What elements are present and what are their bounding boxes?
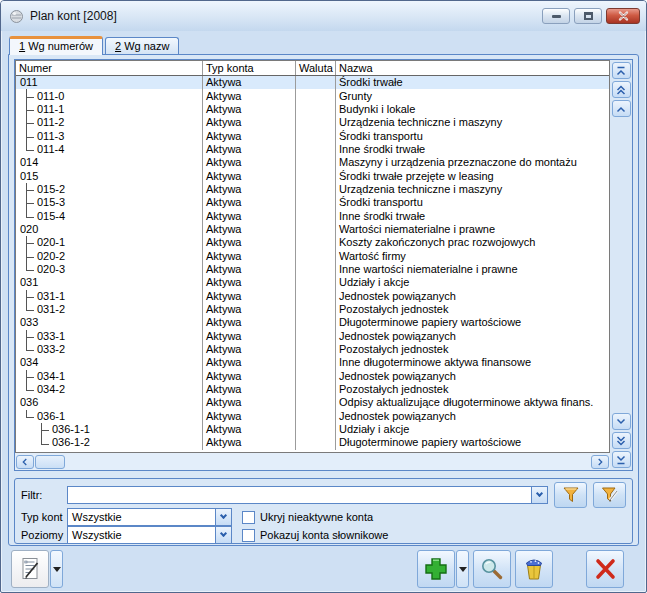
filter-row: Typ kont Wszystkie Ukryj nieaktywne kont… [21, 508, 626, 526]
ledger-operations-button[interactable] [11, 550, 49, 588]
cell-waluta [296, 330, 336, 343]
poziomy-combobox[interactable]: Wszystkie [67, 526, 232, 544]
cell-nazwa: Wartość firmy [336, 249, 609, 262]
cell-waluta [296, 183, 336, 196]
table-row[interactable]: 034AktywaInne długoterminowe aktywa fina… [16, 356, 609, 369]
table-row[interactable]: 011-0AktywaGrunty [16, 89, 609, 102]
table-row[interactable]: 011AktywaŚrodki trwałe [16, 76, 609, 89]
cell-nazwa: Jednostek powiązanych [336, 330, 609, 343]
table-row[interactable]: 020-2AktywaWartość firmy [16, 249, 609, 262]
horizontal-scroll-track[interactable] [66, 455, 590, 469]
table-row[interactable]: 015-3AktywaŚrodki transportu [16, 196, 609, 209]
filter-input[interactable] [68, 487, 531, 503]
line-up-button[interactable] [612, 100, 631, 117]
account-number: 011 [20, 76, 38, 89]
tree-branch-icon [26, 370, 35, 383]
table-row[interactable]: 036-1AktywaJednostek powiązanych [16, 410, 609, 423]
ledger-options-dropdown[interactable] [50, 550, 63, 588]
table-row[interactable]: 034-1AktywaJednostek powiązanych [16, 370, 609, 383]
table-row[interactable]: 020AktywaWartości niematerialne i prawne [16, 223, 609, 236]
column-header-waluta[interactable]: Waluta [296, 61, 336, 75]
scroll-to-bottom-button[interactable] [612, 451, 631, 468]
hide-inactive-checkbox[interactable] [242, 511, 255, 524]
table-row[interactable]: 011-4AktywaInne środki trwałe [16, 143, 609, 156]
account-number: 033-2 [37, 343, 65, 356]
table-row[interactable]: 011-3AktywaŚrodki transportu [16, 129, 609, 142]
cell-numer: 015 [16, 169, 203, 182]
table-row[interactable]: 033AktywaDługoterminowe papiery wartości… [16, 316, 609, 329]
document-list-icon [18, 556, 42, 582]
table-row[interactable]: 015-4AktywaInne środki trwałe [16, 209, 609, 222]
cell-numer: 031 [16, 276, 203, 289]
table-row[interactable]: 033-1AktywaJednostek powiązanych [16, 330, 609, 343]
cell-nazwa: Środki transportu [336, 196, 609, 209]
close-button[interactable] [586, 550, 624, 588]
close-window-button[interactable] [606, 8, 640, 24]
delete-button[interactable] [515, 550, 553, 588]
accounts-grid: NumerTyp kontaWalutaNazwa 011AktywaŚrodk… [14, 59, 633, 471]
cell-waluta [296, 370, 336, 383]
column-header-numer[interactable]: Numer [16, 61, 203, 75]
tab-wg-nazw[interactable]: 2 Wg nazw [105, 37, 179, 55]
table-row[interactable]: 014AktywaMaszyny i urządzenia przeznaczo… [16, 156, 609, 169]
window-controls [542, 8, 640, 24]
scroll-to-top-button[interactable] [612, 62, 631, 79]
table-row[interactable]: 011-2AktywaUrządzenia techniczne i maszy… [16, 116, 609, 129]
typ-kont-label: Typ kont [21, 511, 67, 523]
apply-filter-button[interactable] [554, 482, 587, 508]
scroll-left-button[interactable] [16, 455, 34, 469]
tab-label: Wg nazw [124, 40, 169, 52]
cell-numer: 011-1 [16, 103, 203, 116]
tab-wg-numerow[interactable]: 1 Wg numerów [9, 36, 103, 55]
filter-combobox[interactable] [67, 486, 548, 504]
typ-kont-combobox[interactable]: Wszystkie [67, 508, 232, 526]
tree-branch-icon [41, 436, 50, 449]
table-row[interactable]: 033-2AktywaPozostałych jednostek [16, 343, 609, 356]
horizontal-scroll-thumb[interactable] [35, 455, 65, 469]
typ-kont-dropdown-button[interactable] [215, 509, 231, 525]
scroll-right-button[interactable] [591, 455, 609, 469]
table-row[interactable]: 015AktywaŚrodki trwałe przejęte w leasin… [16, 169, 609, 182]
page-up-button[interactable] [612, 81, 631, 98]
plan-kont-window: Plan kont [2008] 1 Wg numerów 2 Wg nazw … [0, 0, 647, 593]
vertical-scroll-track[interactable] [610, 118, 632, 412]
cell-numer: 033-2 [16, 343, 203, 356]
add-button[interactable] [417, 550, 455, 588]
add-options-dropdown[interactable] [456, 550, 469, 588]
column-header-nazwa[interactable]: Nazwa [336, 61, 609, 75]
table-row[interactable]: 015-2AktywaUrządzenia techniczne i maszy… [16, 183, 609, 196]
table-row[interactable]: 031-2AktywaPozostałych jednostek [16, 303, 609, 316]
account-number: 011-1 [37, 103, 64, 116]
page-down-button[interactable] [612, 432, 631, 449]
filter-dropdown-button[interactable] [531, 487, 547, 503]
table-row[interactable]: 036-1-2AktywaDługoterminowe papiery wart… [16, 436, 609, 449]
vertical-scrollbar[interactable] [610, 60, 632, 470]
table-row[interactable]: 031-1AktywaJednostek powiązanych [16, 290, 609, 303]
titlebar: Plan kont [2008] [1, 1, 646, 31]
table-row[interactable]: 020-1AktywaKoszty zakończonych prac rozw… [16, 236, 609, 249]
tree-branch-icon [26, 196, 35, 209]
show-dictionary-checkbox[interactable] [242, 529, 255, 542]
cell-typ-konta: Aktywa [203, 116, 296, 129]
cell-numer: 015-3 [16, 196, 203, 209]
poziomy-dropdown-button[interactable] [215, 527, 231, 543]
tree-branch-icon [26, 143, 35, 156]
table-row[interactable]: 011-1AktywaBudynki i lokale [16, 103, 609, 116]
line-down-button[interactable] [612, 413, 631, 430]
column-header-typ-konta[interactable]: Typ konta [203, 61, 296, 75]
maximize-button[interactable] [574, 8, 602, 24]
table-row[interactable]: 036-1-1AktywaUdziały i akcje [16, 423, 609, 436]
tree-branch-icon [26, 103, 35, 116]
table-row[interactable]: 036AktywaOdpisy aktualizujące długotermi… [16, 396, 609, 409]
minimize-button[interactable] [542, 8, 570, 24]
view-button[interactable] [473, 550, 511, 588]
table-row[interactable]: 034-2AktywaPozostałych jednostek [16, 383, 609, 396]
cell-nazwa: Długoterminowe papiery wartościowe [336, 436, 609, 449]
account-number: 015-2 [37, 183, 65, 196]
filter-builder-button[interactable] [593, 482, 626, 508]
horizontal-scrollbar[interactable] [15, 453, 610, 470]
table-row[interactable]: 031AktywaUdziały i akcje [16, 276, 609, 289]
filter-row: Filtr: [21, 482, 626, 508]
table-row[interactable]: 020-3AktywaInne wartości niematerialne i… [16, 263, 609, 276]
cell-numer: 020 [16, 223, 203, 236]
